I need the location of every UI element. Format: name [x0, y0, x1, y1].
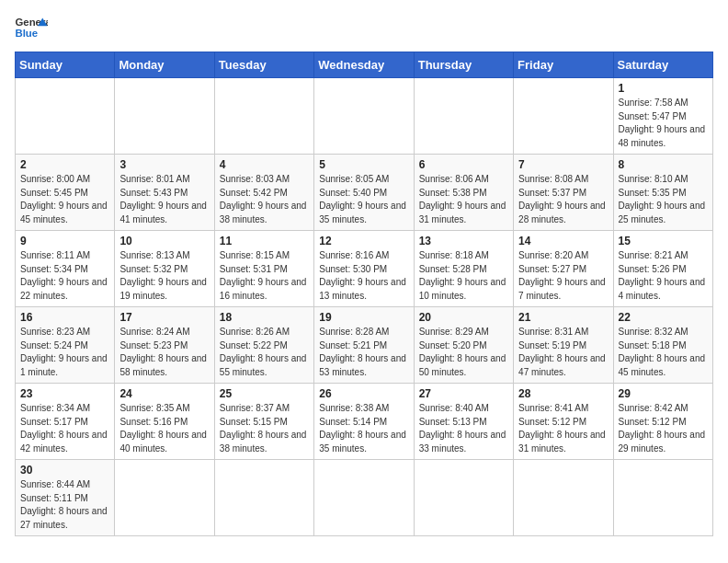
weekday-header-thursday: Thursday [414, 52, 513, 78]
day-number: 12 [319, 235, 408, 247]
day-number: 19 [319, 311, 408, 324]
day-info: Sunrise: 8:42 AMSunset: 5:12 PMDaylight:… [619, 402, 708, 455]
day-info: Sunrise: 8:41 AMSunset: 5:12 PMDaylight:… [518, 402, 608, 455]
calendar-cell: 9Sunrise: 8:11 AMSunset: 5:34 PMDaylight… [16, 231, 115, 307]
day-number: 8 [619, 158, 708, 171]
calendar-cell: 29Sunrise: 8:42 AMSunset: 5:12 PMDayligh… [613, 384, 712, 460]
calendar-cell: 4Sunrise: 8:03 AMSunset: 5:42 PMDaylight… [214, 155, 313, 231]
day-number: 26 [319, 387, 408, 400]
day-number: 21 [518, 311, 608, 324]
day-number: 20 [419, 311, 508, 324]
day-info: Sunrise: 8:08 AMSunset: 5:37 PMDaylight:… [518, 173, 608, 226]
day-number: 16 [20, 311, 109, 324]
calendar-cell: 2Sunrise: 8:00 AMSunset: 5:45 PMDaylight… [16, 155, 115, 231]
day-number: 17 [119, 311, 209, 324]
weekday-header-wednesday: Wednesday [314, 52, 414, 78]
day-info: Sunrise: 8:23 AMSunset: 5:24 PMDaylight:… [20, 326, 109, 379]
day-info: Sunrise: 8:10 AMSunset: 5:35 PMDaylight:… [619, 173, 708, 226]
calendar-week-row: 2Sunrise: 8:00 AMSunset: 5:45 PMDaylight… [16, 155, 713, 231]
calendar-cell: 28Sunrise: 8:41 AMSunset: 5:12 PMDayligh… [514, 384, 613, 460]
weekday-header-saturday: Saturday [613, 52, 712, 78]
day-info: Sunrise: 8:21 AMSunset: 5:26 PMDaylight:… [619, 249, 708, 303]
calendar-cell [16, 78, 115, 155]
weekday-header-row: SundayMondayTuesdayWednesdayThursdayFrid… [16, 52, 713, 78]
day-number: 5 [319, 158, 408, 171]
calendar-cell: 23Sunrise: 8:34 AMSunset: 5:17 PMDayligh… [16, 384, 115, 460]
day-number: 9 [20, 235, 109, 247]
day-number: 18 [220, 311, 309, 324]
calendar-cell: 16Sunrise: 8:23 AMSunset: 5:24 PMDayligh… [16, 307, 115, 384]
calendar-cell: 13Sunrise: 8:18 AMSunset: 5:28 PMDayligh… [414, 231, 513, 307]
day-number: 10 [119, 235, 209, 247]
calendar-week-row: 16Sunrise: 8:23 AMSunset: 5:24 PMDayligh… [16, 307, 713, 384]
day-number: 24 [119, 387, 209, 400]
day-info: Sunrise: 8:29 AMSunset: 5:20 PMDaylight:… [419, 326, 508, 379]
logo-icon: General Blue [15, 15, 48, 40]
day-info: Sunrise: 8:11 AMSunset: 5:34 PMDaylight:… [20, 249, 109, 303]
day-number: 25 [220, 387, 309, 400]
day-info: Sunrise: 8:26 AMSunset: 5:22 PMDaylight:… [220, 326, 309, 379]
calendar-cell: 14Sunrise: 8:20 AMSunset: 5:27 PMDayligh… [514, 231, 613, 307]
day-number: 28 [518, 387, 608, 400]
day-info: Sunrise: 8:00 AMSunset: 5:45 PMDaylight:… [20, 173, 109, 226]
calendar-week-row: 9Sunrise: 8:11 AMSunset: 5:34 PMDaylight… [16, 231, 713, 307]
logo: General Blue [15, 15, 48, 40]
day-info: Sunrise: 8:15 AMSunset: 5:31 PMDaylight:… [220, 249, 309, 303]
calendar-cell [314, 78, 414, 155]
day-number: 11 [220, 235, 309, 247]
weekday-header-tuesday: Tuesday [214, 52, 313, 78]
day-number: 7 [518, 158, 608, 171]
calendar-cell: 30Sunrise: 8:44 AMSunset: 5:11 PMDayligh… [16, 460, 115, 536]
day-info: Sunrise: 8:44 AMSunset: 5:11 PMDaylight:… [20, 478, 109, 532]
day-number: 14 [518, 235, 608, 247]
calendar-cell [214, 460, 313, 536]
calendar-cell [514, 460, 613, 536]
day-info: Sunrise: 8:32 AMSunset: 5:18 PMDaylight:… [619, 326, 708, 379]
calendar-cell: 27Sunrise: 8:40 AMSunset: 5:13 PMDayligh… [414, 384, 513, 460]
calendar-cell [314, 460, 414, 536]
day-number: 1 [619, 82, 708, 95]
day-info: Sunrise: 8:06 AMSunset: 5:38 PMDaylight:… [419, 173, 508, 226]
day-info: Sunrise: 8:01 AMSunset: 5:43 PMDaylight:… [119, 173, 209, 226]
calendar-cell: 11Sunrise: 8:15 AMSunset: 5:31 PMDayligh… [214, 231, 313, 307]
calendar-cell: 5Sunrise: 8:05 AMSunset: 5:40 PMDaylight… [314, 155, 414, 231]
calendar-week-row: 30Sunrise: 8:44 AMSunset: 5:11 PMDayligh… [16, 460, 713, 536]
day-info: Sunrise: 8:18 AMSunset: 5:28 PMDaylight:… [419, 249, 508, 303]
calendar-cell: 20Sunrise: 8:29 AMSunset: 5:20 PMDayligh… [414, 307, 513, 384]
calendar-week-row: 1Sunrise: 7:58 AMSunset: 5:47 PMDaylight… [16, 78, 713, 155]
day-info: Sunrise: 8:31 AMSunset: 5:19 PMDaylight:… [518, 326, 608, 379]
calendar-cell [514, 78, 613, 155]
day-info: Sunrise: 8:13 AMSunset: 5:32 PMDaylight:… [119, 249, 209, 303]
day-info: Sunrise: 8:38 AMSunset: 5:14 PMDaylight:… [319, 402, 408, 455]
weekday-header-monday: Monday [115, 52, 214, 78]
day-number: 3 [119, 158, 209, 171]
day-number: 27 [419, 387, 508, 400]
day-info: Sunrise: 8:35 AMSunset: 5:16 PMDaylight:… [119, 402, 209, 455]
day-number: 30 [20, 464, 109, 477]
day-info: Sunrise: 8:37 AMSunset: 5:15 PMDaylight:… [220, 402, 309, 455]
calendar-cell: 25Sunrise: 8:37 AMSunset: 5:15 PMDayligh… [214, 384, 313, 460]
calendar-table: SundayMondayTuesdayWednesdayThursdayFrid… [15, 52, 713, 536]
day-info: Sunrise: 8:05 AMSunset: 5:40 PMDaylight:… [319, 173, 408, 226]
svg-text:Blue: Blue [16, 28, 39, 39]
calendar-cell [414, 78, 513, 155]
calendar-cell: 18Sunrise: 8:26 AMSunset: 5:22 PMDayligh… [214, 307, 313, 384]
calendar-cell [613, 460, 712, 536]
calendar-cell: 12Sunrise: 8:16 AMSunset: 5:30 PMDayligh… [314, 231, 414, 307]
calendar-cell: 21Sunrise: 8:31 AMSunset: 5:19 PMDayligh… [514, 307, 613, 384]
day-number: 23 [20, 387, 109, 400]
day-number: 29 [619, 387, 708, 400]
day-number: 4 [220, 158, 309, 171]
day-info: Sunrise: 7:58 AMSunset: 5:47 PMDaylight:… [619, 97, 708, 150]
calendar-cell [115, 460, 214, 536]
day-number: 13 [419, 235, 508, 247]
calendar-cell: 6Sunrise: 8:06 AMSunset: 5:38 PMDaylight… [414, 155, 513, 231]
calendar-cell: 10Sunrise: 8:13 AMSunset: 5:32 PMDayligh… [115, 231, 214, 307]
day-info: Sunrise: 8:16 AMSunset: 5:30 PMDaylight:… [319, 249, 408, 303]
day-number: 15 [619, 235, 708, 247]
weekday-header-sunday: Sunday [16, 52, 115, 78]
day-number: 6 [419, 158, 508, 171]
calendar-cell [214, 78, 313, 155]
weekday-header-friday: Friday [514, 52, 613, 78]
calendar-cell: 3Sunrise: 8:01 AMSunset: 5:43 PMDaylight… [115, 155, 214, 231]
